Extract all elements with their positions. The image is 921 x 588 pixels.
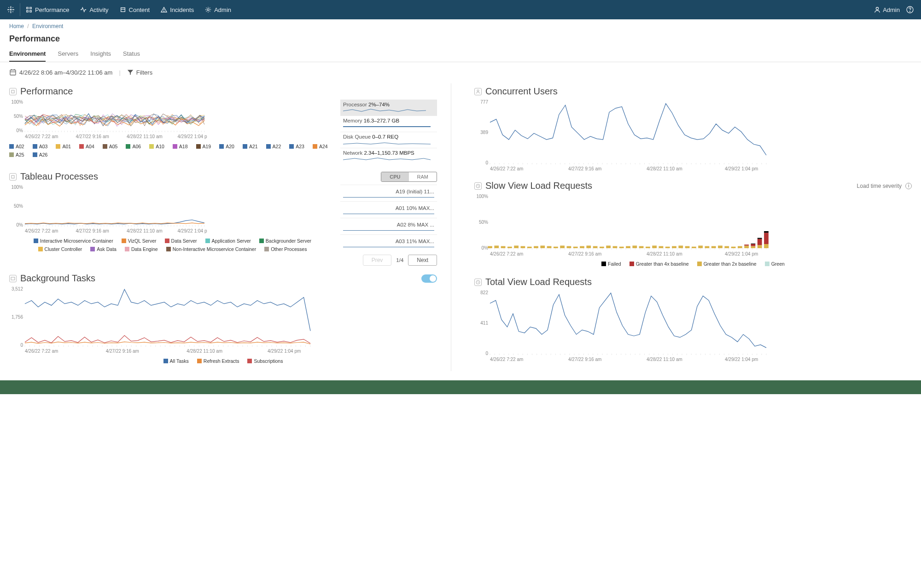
legend-item: A26 [33,152,48,157]
svg-rect-370 [507,247,512,248]
svg-rect-7 [12,12,13,12]
svg-rect-404 [731,247,736,248]
svg-text:100%: 100% [11,185,23,190]
nav-incidents[interactable]: Incidents [161,6,194,13]
svg-rect-2 [7,9,10,10]
metric-memory[interactable]: Memory 16.3–272.7 GB [340,116,437,132]
warning-icon [161,6,167,13]
svg-text:411: 411 [480,320,488,326]
nav-performance[interactable]: Performance [26,6,69,13]
concurrent-users-chart[interactable]: 03897774/26/22 7:22 am4/27/22 9:16 am4/2… [474,99,769,173]
metric-network[interactable]: Network 2.34–1,150.73 MBPS [340,148,437,164]
svg-point-19 [876,7,879,10]
legend-item: A24 [313,144,328,149]
process-item[interactable]: A01 10% MAX... [340,201,437,218]
svg-text:4/28/22 11:10 am: 4/28/22 11:10 am [187,349,222,354]
svg-rect-394 [665,247,670,248]
filters-button[interactable]: Filters [127,69,152,76]
legend-item: Application Server [205,238,251,244]
svg-text:0: 0 [20,343,23,348]
svg-text:4/29/22 1:04 pm: 4/29/22 1:04 pm [725,166,758,171]
process-item[interactable]: A19 (Initial) 11... [340,185,437,201]
prev-button[interactable]: Prev [363,255,392,266]
clock-icon [474,279,482,286]
legend-item: Interactive Microservice Container [34,238,113,244]
svg-rect-387 [619,247,624,248]
panel-performance: Performance 0%50%100%4/26/22 7:22 am4/27… [9,83,437,169]
help-icon[interactable] [906,6,914,13]
cpu-ram-toggle[interactable]: CPU RAM [381,172,437,182]
svg-rect-413 [758,238,762,239]
user-menu[interactable]: Admin [874,6,900,13]
svg-text:3,512: 3,512 [12,286,23,291]
svg-text:4/26/22 7:22 am: 4/26/22 7:22 am [490,357,523,362]
slow-view-legend: FailedGreater than 4x baselineGreater th… [474,258,912,269]
svg-text:4/28/22 11:10 am: 4/28/22 11:10 am [647,251,682,256]
nav-admin[interactable]: Admin [205,6,231,13]
total-view-chart[interactable]: 04118224/26/22 7:22 am4/27/22 9:16 am4/2… [474,290,769,364]
legend-item: A10 [149,144,164,149]
dashboard-left: Performance 0%50%100%4/26/22 7:22 am4/27… [9,83,451,371]
process-item[interactable]: A02 8% MAX ... [340,218,437,234]
metric-processor[interactable]: Processor 2%–74% [340,99,437,116]
svg-point-21 [910,12,910,12]
legend-item: A01 [56,144,71,149]
bg-tasks-chart[interactable]: 01,7563,5124/26/22 7:22 am4/27/22 9:16 a… [9,286,313,355]
next-button[interactable]: Next [408,255,437,266]
gear-icon [205,6,211,13]
svg-rect-406 [744,245,749,248]
legend-item: A06 [126,144,141,149]
svg-text:100%: 100% [476,194,488,199]
tab-servers[interactable]: Servers [58,47,78,62]
svg-rect-1 [11,11,12,13]
svg-rect-388 [626,246,630,248]
svg-rect-385 [606,245,611,248]
legend-item: Greater than 4x baseline [630,261,689,267]
info-icon[interactable]: i [905,183,912,189]
panel-total-view: Total View Load Requests 04118224/26/22 … [474,274,912,368]
legend-item: Non-Interactive Microservice Container [166,246,256,252]
bg-tasks-toggle[interactable] [421,274,437,283]
nav-content[interactable]: Content [120,6,150,13]
svg-text:4/26/22 7:22 am: 4/26/22 7:22 am [25,134,58,139]
legend-item: Backgrounder Server [259,238,311,244]
svg-rect-410 [751,244,756,244]
svg-rect-8 [10,9,12,11]
svg-rect-369 [501,246,506,248]
svg-rect-392 [652,245,657,248]
processes-legend: Interactive Microservice ContainerVizQL … [9,235,336,255]
toolbar: 4/26/22 8:06 am–4/30/22 11:06 am | Filte… [0,62,921,81]
svg-text:4/29/22 1:04 pm: 4/29/22 1:04 pm [178,228,208,233]
tab-status[interactable]: Status [123,47,140,62]
performance-chart[interactable]: 0%50%100%4/26/22 7:22 am4/27/22 9:16 am4… [9,99,207,141]
breadcrumb-home[interactable]: Home [9,23,24,29]
nav-activity[interactable]: Activity [80,6,108,13]
svg-rect-398 [692,247,696,248]
metric-disk-queue[interactable]: Disk Queue 0–0.7 REQ [340,132,437,148]
slow-view-chart[interactable]: 0%50%100%4/26/22 7:22 am4/27/22 9:16 am4… [474,194,769,258]
tab-insights[interactable]: Insights [90,47,111,62]
subtabs: Environment Servers Insights Status [0,47,921,62]
tab-environment[interactable]: Environment [9,47,46,62]
svg-text:389: 389 [480,130,488,135]
svg-rect-11 [27,11,29,12]
process-item[interactable]: A03 11% MAX... [340,234,437,251]
page-indicator: 1/4 [396,257,403,263]
svg-text:0: 0 [485,160,488,165]
legend-item: A23 [289,144,304,149]
svg-text:4/27/22 9:16 am: 4/27/22 9:16 am [76,134,109,139]
legend-item: Subscriptions [247,358,283,364]
date-range-picker[interactable]: 4/26/22 8:06 am–4/30/22 11:06 am [9,69,112,76]
grid-icon [26,6,32,13]
legend-item: A25 [9,152,24,157]
svg-rect-95 [12,175,14,178]
svg-rect-415 [764,233,769,244]
processes-chart[interactable]: 0%50%100%4/26/22 7:22 am4/27/22 9:16 am4… [9,185,207,235]
svg-rect-4 [8,7,9,8]
svg-point-17 [164,11,164,12]
legend-item: VizQL Server [122,238,157,244]
svg-rect-5 [12,7,13,8]
severity-note: Load time severity [857,183,902,189]
process-list: A19 (Initial) 11... A01 10% MAX... A02 8… [340,185,437,266]
svg-rect-380 [573,247,578,248]
